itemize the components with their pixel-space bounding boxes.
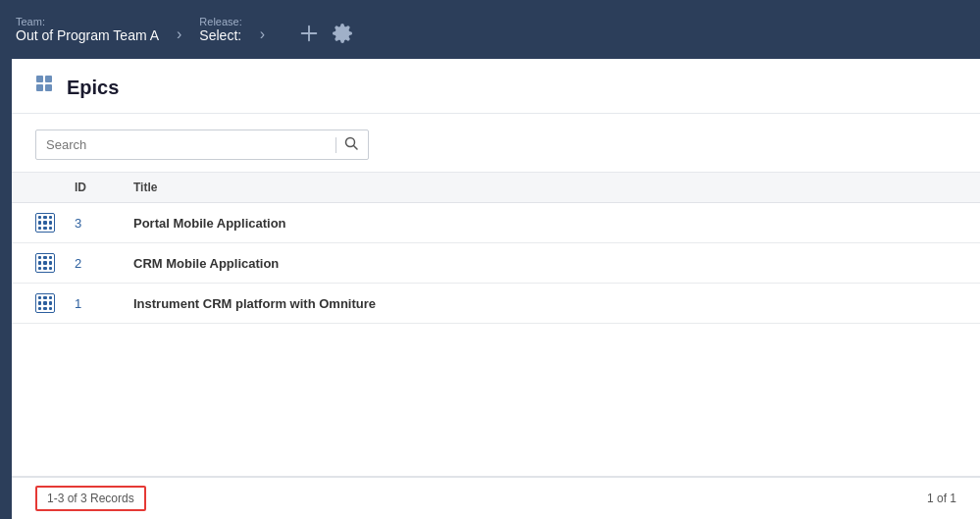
svg-rect-2 [36, 84, 43, 91]
row-title: CRM Mobile Application [133, 256, 956, 271]
release-label: Release: [199, 16, 241, 27]
epic-grid-icon [35, 293, 55, 313]
layout: Epics ID Title [0, 59, 980, 519]
row-id: 1 [75, 296, 133, 311]
col-title-header: Title [133, 181, 956, 194]
svg-rect-1 [45, 76, 52, 82]
header-bar: Team: Out of Program Team A › Release: S… [0, 0, 980, 59]
table-row[interactable]: 1 Instrument CRM platform with Omniture [12, 284, 980, 324]
team-chevron-icon: › [177, 26, 181, 43]
row-title: Portal Mobile Application [133, 216, 956, 231]
team-label: Team: [16, 16, 159, 27]
epics-table: ID Title 3 Portal Mobile Application [12, 173, 980, 476]
plus-icon [298, 23, 320, 44]
release-section: Release: Select: [199, 16, 241, 43]
header-actions [298, 23, 353, 44]
search-box [35, 130, 369, 160]
team-section: Team: Out of Program Team A [16, 16, 159, 43]
row-id: 3 [75, 216, 133, 231]
row-id: 2 [75, 256, 133, 271]
search-area [12, 114, 980, 173]
row-epic-icon [35, 213, 75, 233]
search-button[interactable] [344, 136, 358, 153]
pagination-info: 1 of 1 [927, 492, 956, 505]
add-button[interactable] [298, 23, 320, 44]
page-title: Epics [67, 77, 119, 99]
records-info: 1-3 of 3 Records [35, 486, 146, 511]
row-epic-icon [35, 253, 75, 273]
page-title-area: Epics [12, 59, 980, 114]
table-row[interactable]: 3 Portal Mobile Application [12, 203, 980, 243]
search-divider [335, 137, 336, 153]
footer-bar: 1-3 of 3 Records 1 of 1 [12, 476, 980, 519]
svg-rect-0 [36, 76, 43, 82]
svg-line-5 [354, 146, 358, 150]
search-icon [344, 136, 358, 150]
table-header: ID Title [12, 173, 980, 203]
epics-grid-icon [35, 75, 57, 101]
main-content: Epics ID Title [12, 59, 980, 519]
release-value: Select: [199, 27, 241, 43]
svg-rect-3 [45, 84, 52, 91]
row-epic-icon [35, 293, 75, 313]
epic-grid-icon [35, 253, 55, 273]
gear-icon [332, 23, 353, 44]
row-title: Instrument CRM platform with Omniture [133, 296, 956, 311]
col-id-header: ID [75, 181, 133, 194]
table-row[interactable]: 2 CRM Mobile Application [12, 243, 980, 284]
release-chevron-icon: › [260, 26, 265, 43]
team-value: Out of Program Team A [16, 27, 159, 43]
search-input[interactable] [46, 137, 328, 152]
sidebar-strip [0, 59, 12, 519]
epic-grid-icon [35, 213, 55, 233]
settings-button[interactable] [332, 23, 353, 44]
